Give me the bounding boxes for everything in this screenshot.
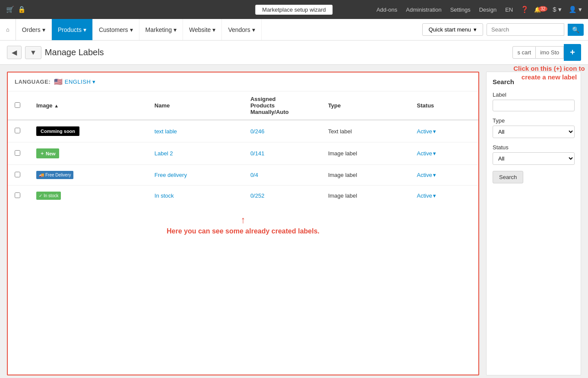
customers-chevron-icon: ▾ xyxy=(130,26,133,33)
status-badge[interactable]: Active ▾ xyxy=(417,150,471,157)
nav-home[interactable]: ⌂ xyxy=(0,19,16,40)
notifications[interactable]: 🔔32 xyxy=(534,6,547,13)
bottom-arrow-icon: ↑ xyxy=(16,214,470,226)
table-row: 🚚Free DeliveryFree delivery0/4Image labe… xyxy=(8,165,478,186)
nav-marketing-label: Marketing xyxy=(145,26,172,33)
status-dropdown-icon: ▾ xyxy=(433,192,436,199)
row-assigned[interactable]: 0/141 xyxy=(243,142,321,165)
row-status[interactable]: Active ▾ xyxy=(410,120,478,142)
row-status[interactable]: Active ▾ xyxy=(410,186,478,206)
nav-products-label: Products xyxy=(58,26,82,33)
sort-image-icon: ▲ xyxy=(54,103,59,108)
nav-vendors[interactable]: Vendors ▾ xyxy=(222,19,261,40)
select-all-checkbox[interactable] xyxy=(15,102,20,108)
row-assigned[interactable]: 0/4 xyxy=(243,165,321,186)
row-checkbox[interactable] xyxy=(15,192,20,198)
settings-menu[interactable]: Settings xyxy=(448,5,473,15)
row-checkbox[interactable] xyxy=(15,172,20,177)
sidebar-search-button[interactable]: Search xyxy=(493,171,523,183)
row-name[interactable]: text lable xyxy=(148,120,243,142)
search-input[interactable] xyxy=(487,23,564,36)
label-filter-label: Label xyxy=(493,91,575,98)
quick-start-label: Quick start menu xyxy=(429,26,471,33)
labels-content-area: LANGUAGE: 🇺🇸 English ▾ Image ▲ xyxy=(7,72,479,375)
bottom-annotation: ↑ Here you can see some already created … xyxy=(8,206,478,244)
row-checkbox-cell xyxy=(8,142,29,165)
label-filter-group: Label xyxy=(493,91,575,111)
labels-table: Image ▲ Name AssignedProductsManually/Au… xyxy=(8,91,478,206)
marketplace-badge[interactable]: Marketplace setup wizard xyxy=(255,5,332,15)
nav-orders[interactable]: Orders ▾ xyxy=(16,19,52,40)
row-name-link[interactable]: In stock xyxy=(155,192,174,199)
row-checkbox-cell xyxy=(8,120,29,142)
row-checkbox[interactable] xyxy=(15,128,20,133)
back-button[interactable]: ◀ xyxy=(7,46,22,59)
nav-customers-label: Customers xyxy=(99,26,128,33)
status-badge[interactable]: Active ▾ xyxy=(417,192,471,199)
status-filter-select[interactable]: All Active Disabled xyxy=(493,152,575,165)
row-assigned-link[interactable]: 0/141 xyxy=(250,150,265,157)
nav-products[interactable]: Products ▾ xyxy=(52,19,93,40)
col-type-label: Type xyxy=(328,102,341,109)
row-assigned[interactable]: 0/252 xyxy=(243,186,321,206)
main-content: LANGUAGE: 🇺🇸 English ▾ Image ▲ xyxy=(0,65,588,378)
row-label-image: ＋New xyxy=(29,142,148,165)
table-row: ＋NewLabel 20/141Image labelActive ▾ xyxy=(8,142,478,165)
nav-customers[interactable]: Customers ▾ xyxy=(93,19,139,40)
row-status[interactable]: Active ▾ xyxy=(410,142,478,165)
design-menu[interactable]: Design xyxy=(477,5,499,15)
status-badge[interactable]: Active ▾ xyxy=(417,128,471,135)
table-header-row: Image ▲ Name AssignedProductsManually/Au… xyxy=(8,91,478,120)
bottom-annotation-text: Here you can see some already created la… xyxy=(167,227,319,235)
col-image-header[interactable]: Image ▲ xyxy=(29,91,148,120)
help-icon[interactable]: ❓ xyxy=(519,4,531,15)
row-assigned-link[interactable]: 0/252 xyxy=(250,192,265,199)
dollar-menu[interactable]: $ ▾ xyxy=(551,4,563,15)
nav-website[interactable]: Website ▾ xyxy=(183,19,222,40)
label-filter-input[interactable] xyxy=(493,100,575,111)
table-row: ✓In stockIn stock0/252Image labelActive … xyxy=(8,186,478,206)
row-type: Image label xyxy=(321,142,410,165)
administration-menu[interactable]: Administration xyxy=(403,5,444,15)
cart-icon[interactable]: 🛒 xyxy=(4,4,16,15)
lock-icon[interactable]: 🔒 xyxy=(16,4,28,15)
user-menu[interactable]: 👤 ▾ xyxy=(567,4,584,15)
row-label-image: ✓In stock xyxy=(29,186,148,206)
nav-orders-label: Orders xyxy=(22,26,41,33)
row-checkbox-cell xyxy=(8,186,29,206)
row-name[interactable]: Label 2 xyxy=(148,142,243,165)
col-image-label: Image xyxy=(36,102,53,109)
row-name[interactable]: Free delivery xyxy=(148,165,243,186)
row-checkbox[interactable] xyxy=(15,150,20,156)
status-badge[interactable]: Active ▾ xyxy=(417,172,471,178)
annotation-text: Click on this (+) icon to create a new l… xyxy=(510,64,588,81)
row-name-link[interactable]: text lable xyxy=(155,128,177,135)
search-button[interactable]: 🔍 xyxy=(568,24,584,36)
col-assigned-header: AssignedProductsManually/Auto xyxy=(243,91,321,120)
row-type: Image label xyxy=(321,186,410,206)
top-bar-right: Add-ons Administration Settings Design E… xyxy=(374,4,584,15)
row-assigned[interactable]: 0/246 xyxy=(243,120,321,142)
col-name-header[interactable]: Name xyxy=(148,91,243,120)
forward-button[interactable]: ▼ xyxy=(25,46,41,59)
page-title: Manage Labels xyxy=(45,47,509,57)
row-name-link[interactable]: Label 2 xyxy=(155,150,173,157)
type-filter-select[interactable]: All Text label Image label xyxy=(493,126,575,138)
row-checkbox-cell xyxy=(8,165,29,186)
nav-marketing[interactable]: Marketing ▾ xyxy=(139,19,183,40)
marketing-chevron-icon: ▾ xyxy=(174,26,177,33)
en-menu[interactable]: EN xyxy=(503,5,515,15)
row-type: Image label xyxy=(321,165,410,186)
add-label-button[interactable]: + xyxy=(564,44,581,61)
quick-start-button[interactable]: Quick start menu ▾ xyxy=(422,23,483,36)
language-selector[interactable]: 🇺🇸 English ▾ xyxy=(54,78,96,86)
row-assigned-link[interactable]: 0/246 xyxy=(250,128,265,135)
row-name[interactable]: In stock xyxy=(148,186,243,206)
row-name-link[interactable]: Free delivery xyxy=(155,172,187,178)
row-assigned-link[interactable]: 0/4 xyxy=(250,172,258,178)
status-dropdown-icon: ▾ xyxy=(433,150,436,157)
row-status[interactable]: Active ▾ xyxy=(410,165,478,186)
row-label-image: Comming soon xyxy=(29,120,148,142)
addons-menu[interactable]: Add-ons xyxy=(374,5,400,15)
col-status-label: Status xyxy=(417,102,434,109)
